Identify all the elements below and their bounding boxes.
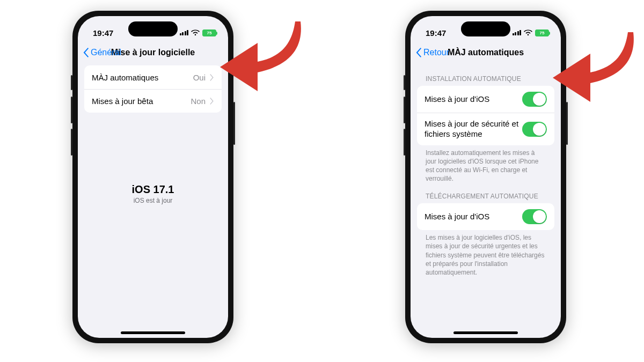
wifi-icon <box>191 29 200 36</box>
nav-bar: Général Mise à jour logicielle <box>78 42 228 63</box>
section-header-install: INSTALLATION AUTOMATIQUE <box>417 65 554 86</box>
back-button[interactable]: Général <box>83 48 121 57</box>
dynamic-island <box>128 21 178 36</box>
row-install-ios-updates[interactable]: Mises à jour d'iOS <box>417 86 554 113</box>
chevron-right-icon <box>210 98 214 105</box>
dynamic-island <box>461 21 510 36</box>
row-download-ios-updates[interactable]: Mises à jour d'iOS <box>417 203 554 230</box>
settings-group: MÀJ automatiques Oui Mises à jour bêta N… <box>84 65 222 113</box>
status-time: 19:47 <box>93 28 113 38</box>
section-footer-download: Les mises à jour logicielles d'iOS, les … <box>417 230 554 277</box>
status-time: 19:47 <box>426 28 446 38</box>
update-status: iOS 17.1 iOS est à jour <box>78 183 228 204</box>
cellular-signal-icon <box>513 30 522 35</box>
settings-group-download: Mises à jour d'iOS <box>417 203 554 230</box>
back-label: Retour <box>423 48 449 57</box>
row-install-security-updates[interactable]: Mises à jour de sécurité et fichiers sys… <box>417 113 554 145</box>
phone-mockup-left: 19:47 75 Général Mise à jour logicielle … <box>72 11 233 343</box>
row-value: Oui <box>193 73 206 82</box>
row-label: Mises à jour d'iOS <box>425 212 489 222</box>
toggle-switch[interactable] <box>522 92 547 107</box>
back-label: Général <box>91 48 121 57</box>
toggle-switch[interactable] <box>522 209 547 224</box>
battery-icon: 75 <box>202 29 216 36</box>
battery-icon: 75 <box>535 29 549 36</box>
toggle-switch[interactable] <box>522 122 547 137</box>
section-footer-install: Installez automatiquement les mises à jo… <box>417 145 554 183</box>
screen-software-update: 19:47 75 Général Mise à jour logicielle … <box>78 16 228 338</box>
wifi-icon <box>524 29 532 36</box>
row-label: Mises à jour bêta <box>92 97 153 106</box>
chevron-left-icon <box>83 48 90 57</box>
cellular-signal-icon <box>180 30 189 35</box>
screen-auto-updates: 19:47 75 Retour MÀJ automatiques INSTALL… <box>411 16 561 338</box>
ios-status-text: iOS est à jour <box>78 197 228 204</box>
row-auto-updates[interactable]: MÀJ automatiques Oui <box>84 65 222 89</box>
row-beta-updates[interactable]: Mises à jour bêta Non <box>84 89 222 113</box>
ios-version: iOS 17.1 <box>78 183 228 196</box>
home-indicator[interactable] <box>453 331 518 334</box>
home-indicator[interactable] <box>121 331 185 334</box>
annotation-arrow-icon <box>220 21 306 91</box>
row-label: MÀJ automatiques <box>92 73 158 82</box>
row-label: Mises à jour d'iOS <box>425 94 489 105</box>
chevron-right-icon <box>210 74 214 81</box>
annotation-arrow-icon <box>553 32 639 102</box>
chevron-left-icon <box>416 48 422 57</box>
row-label: Mises à jour de sécurité et fichiers sys… <box>425 119 521 139</box>
section-header-download: TÉLÉCHARGEMENT AUTOMATIQUE <box>417 183 554 203</box>
phone-mockup-right: 19:47 75 Retour MÀJ automatiques INSTALL… <box>405 11 566 343</box>
row-value: Non <box>191 97 206 106</box>
back-button[interactable]: Retour <box>416 48 449 57</box>
nav-bar: Retour MÀJ automatiques <box>411 42 561 63</box>
settings-group-install: Mises à jour d'iOS Mises à jour de sécur… <box>417 86 554 145</box>
